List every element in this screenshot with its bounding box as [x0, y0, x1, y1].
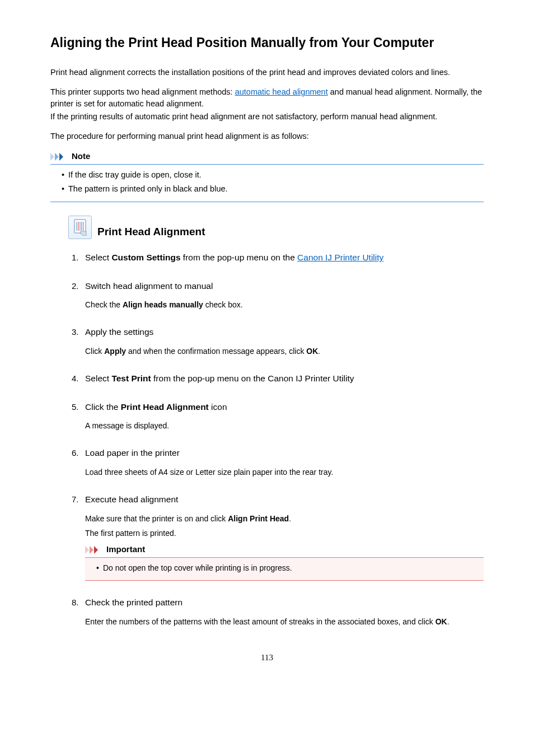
step-7: Execute head alignment Make sure that th…	[72, 493, 484, 581]
step-3-body: Click Apply and when the confirmation me…	[85, 346, 484, 357]
step-1-title-pre: Select	[85, 253, 111, 262]
step-5-body: A message is displayed.	[85, 420, 484, 431]
step-5: Click the Print Head Alignment icon A me…	[72, 401, 484, 432]
step-8-body-post: .	[447, 617, 449, 626]
automatic-head-alignment-link[interactable]: automatic head alignment	[235, 87, 328, 96]
step-7-body-line2: The first pattern is printed.	[85, 528, 484, 539]
step-8-body-bold: OK	[435, 617, 447, 626]
step-4-title-bold: Test Print	[111, 374, 151, 383]
step-7-body-bold: Align Print Head	[228, 514, 289, 523]
step-3-title: Apply the settings	[85, 326, 484, 338]
note-block: Note If the disc tray guide is open, clo…	[50, 150, 484, 202]
step-3-body-post: .	[318, 347, 320, 356]
step-5-title-bold: Print Head Alignment	[121, 402, 209, 412]
intro-paragraph-3: If the printing results of automatic pri…	[50, 111, 484, 123]
page-title: Aligning the Print Head Position Manuall…	[50, 34, 484, 52]
note-label: Note	[72, 150, 90, 162]
important-body: Do not open the top cover while printing…	[85, 557, 484, 581]
step-6-body-text: Load three sheets of A4 size or Letter s…	[85, 466, 484, 478]
intro-paragraph-1: Print head alignment corrects the instal…	[50, 67, 484, 78]
intro2-pre: This printer supports two head alignment…	[50, 87, 235, 96]
note-body: If the disc tray guide is open, close it…	[50, 164, 484, 202]
step-2-body-pre: Check the	[85, 300, 123, 309]
step-4: Select Test Print from the pop-up menu o…	[72, 372, 484, 385]
step-8-title: Check the printed pattern	[85, 596, 484, 609]
step-3-body-pre: Click	[85, 347, 104, 356]
step-3-body-mid: and when the confirmation message appear…	[126, 347, 306, 356]
step-8: Check the printed pattern Enter the numb…	[72, 596, 484, 627]
canon-ij-printer-utility-link[interactable]: Canon IJ Printer Utility	[297, 253, 383, 262]
step-7-body-post: .	[289, 514, 291, 523]
note-item-2: The pattern is printed only in black and…	[62, 183, 483, 195]
step-7-title: Execute head alignment	[85, 493, 484, 506]
step-3-body-bold2: OK	[306, 347, 318, 356]
step-1-title-bold: Custom Settings	[111, 253, 180, 262]
step-5-title-post: icon	[209, 402, 227, 412]
step-8-body: Enter the numbers of the patterns with t…	[85, 616, 484, 627]
intro-paragraph-4: The procedure for performing manual prin…	[50, 130, 484, 142]
step-5-body-text: A message is displayed.	[85, 420, 484, 431]
important-label: Important	[106, 543, 145, 556]
step-7-body-pre: Make sure that the printer is on and cli…	[85, 514, 228, 523]
note-item-1: If the disc tray guide is open, close it…	[62, 169, 483, 181]
note-arrows-icon	[50, 152, 69, 160]
step-1: Select Custom Settings from the pop-up m…	[72, 251, 484, 264]
section-head: Print Head Alignment	[68, 216, 484, 239]
step-2-title: Switch head alignment to manual	[85, 280, 484, 292]
step-4-title-post: from the pop-up menu on the Canon IJ Pri…	[151, 374, 354, 383]
important-header: Important	[85, 543, 484, 557]
important-arrows-icon	[85, 545, 104, 553]
intro-paragraph-2: This printer supports two head alignment…	[50, 86, 484, 110]
step-6-body: Load three sheets of A4 size or Letter s…	[85, 466, 484, 478]
svg-marker-11	[90, 546, 93, 554]
important-item-1: Do not open the top cover while printing…	[96, 562, 483, 573]
step-1-title: Select Custom Settings from the pop-up m…	[85, 251, 484, 264]
steps-list: Select Custom Settings from the pop-up m…	[72, 251, 484, 627]
note-header: Note	[50, 150, 484, 164]
step-4-title: Select Test Print from the pop-up menu o…	[85, 372, 484, 385]
step-5-title-pre: Click the	[85, 402, 121, 412]
svg-marker-12	[94, 546, 98, 554]
svg-marker-2	[59, 153, 63, 161]
step-6-title: Load paper in the printer	[85, 447, 484, 459]
section-title: Print Head Alignment	[97, 224, 205, 240]
print-head-alignment-icon	[68, 216, 92, 239]
step-6: Load paper in the printer Load three she…	[72, 447, 484, 478]
page-number: 113	[50, 652, 484, 664]
section-print-head-alignment: Print Head Alignment Select Custom Setti…	[68, 216, 484, 627]
step-3: Apply the settings Click Apply and when …	[72, 326, 484, 357]
step-5-title: Click the Print Head Alignment icon	[85, 401, 484, 413]
step-8-body-pre: Enter the numbers of the patterns with t…	[85, 617, 435, 626]
step-2: Switch head alignment to manual Check th…	[72, 280, 484, 311]
important-block: Important Do not open the top cover whil…	[85, 543, 484, 581]
step-7-body: Make sure that the printer is on and cli…	[85, 513, 484, 581]
step-3-body-bold: Apply	[104, 347, 126, 356]
step-1-title-mid: from the pop-up menu on the	[181, 253, 298, 262]
step-2-body-post: check box.	[203, 300, 243, 309]
step-2-body: Check the Align heads manually check box…	[85, 299, 484, 310]
svg-marker-10	[85, 546, 89, 554]
svg-marker-0	[50, 153, 54, 161]
svg-marker-1	[55, 153, 59, 161]
step-4-title-pre: Select	[85, 374, 111, 383]
step-2-body-bold: Align heads manually	[123, 300, 203, 309]
svg-marker-9	[81, 231, 86, 236]
